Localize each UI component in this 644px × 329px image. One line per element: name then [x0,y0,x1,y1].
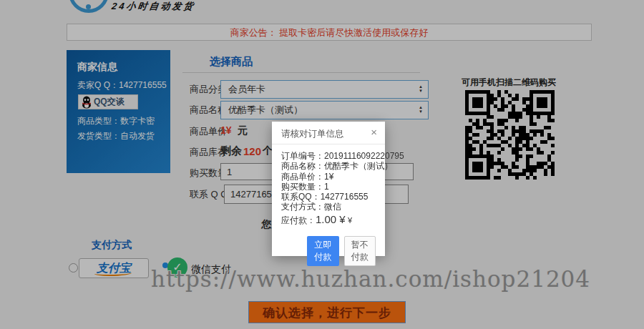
payment-method-row: 支付方式：微信 [281,202,376,212]
amount-due-row: 应付款：1.00 ¥ ¥ [281,213,376,227]
order-confirm-modal: 请核对订单信息 × 订单编号：20191116092220795 商品名称：优酷… [272,122,385,256]
page: 24小时自动发货 商家公告： 提取卡密后请尽快激活使用或保存好 商家信息 卖家Q… [0,0,644,329]
order-number-row: 订单编号：20191116092220795 [281,151,376,161]
contact-qq-row: 联系QQ：1427716555 [281,192,376,202]
pay-now-button[interactable]: 立即付款 [307,236,339,266]
modal-title: 请核对订单信息 [281,128,344,140]
modal-header: 请核对订单信息 × [272,122,385,144]
close-icon[interactable]: × [371,126,377,139]
product-name-row: 商品名称：优酷季卡（测试） [281,161,376,171]
unit-price-row: 商品单价：1¥ [281,172,376,182]
modal-body: 订单编号：20191116092220795 商品名称：优酷季卡（测试） 商品单… [272,144,385,266]
modal-buttons: 立即付款 暂不付款 [281,236,376,266]
pay-later-button[interactable]: 暂不付款 [344,236,376,266]
quantity-row: 购买数量：1 [281,182,376,192]
